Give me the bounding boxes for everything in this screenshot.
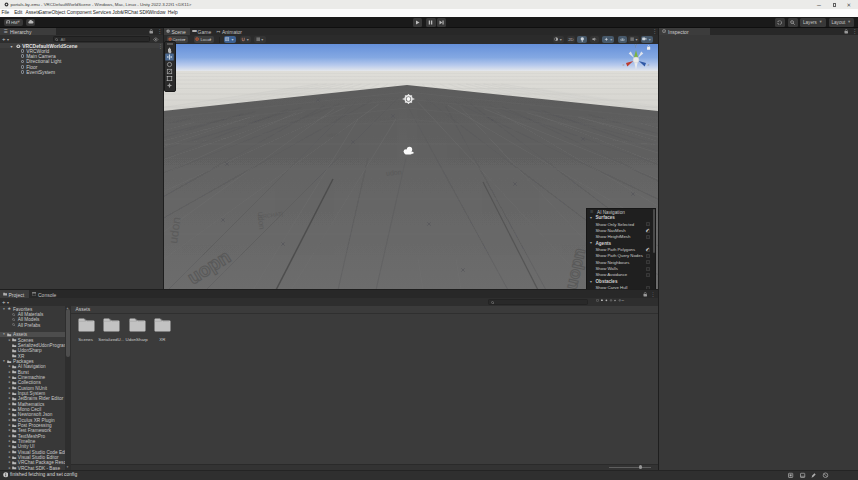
svg-text:23: 23 <box>622 300 625 302</box>
svg-text:x: x <box>623 62 625 67</box>
svg-text:udon: udon <box>326 131 338 138</box>
svg-text:z: z <box>648 62 650 67</box>
svg-text:udon: udon <box>256 212 266 230</box>
svg-text:Y: Y <box>634 44 637 49</box>
